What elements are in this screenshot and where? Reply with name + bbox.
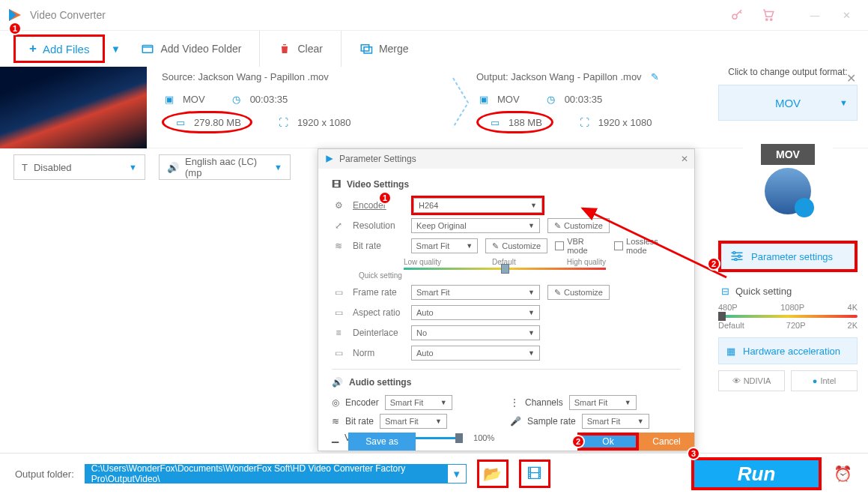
text-icon: T <box>22 162 28 173</box>
expand-icon: ⛶ <box>276 115 291 130</box>
audio-track-select[interactable]: 🔊English aac (LC) (mp ▼ <box>159 154 291 180</box>
arrow-icon <box>446 76 476 129</box>
open-folder-button[interactable]: 📂 <box>477 460 509 488</box>
resolution-select[interactable]: Keep Original▼ <box>411 218 540 233</box>
save-as-button[interactable]: Save as <box>348 433 416 451</box>
file-list-button[interactable]: 🎞 <box>519 460 550 488</box>
encoder-select[interactable]: H264▼ <box>413 198 542 213</box>
audio-bitrate-select[interactable]: Smart Fit▼ <box>380 414 447 429</box>
deinterlace-icon: ≡ <box>332 328 345 338</box>
nvidia-toggle[interactable]: 👁NDIVIA <box>718 370 785 391</box>
aspect-select[interactable]: Auto▼ <box>411 305 540 320</box>
dialog-titlebar: Parameter Settings ✕ <box>318 149 694 169</box>
annotation-badge-1b: 1 <box>378 191 392 205</box>
app-mini-icon <box>324 154 335 164</box>
run-button[interactable]: Run <box>691 457 822 490</box>
folder-icon: 📂 <box>483 465 502 483</box>
svg-rect-6 <box>364 47 372 53</box>
quality-slider[interactable]: Low qualityDefaultHigh quality Quick set… <box>404 258 681 280</box>
hardware-accel-button[interactable]: ▦ Hardware acceleration <box>718 337 858 364</box>
minimize-button[interactable]: — <box>799 0 831 31</box>
scheduler-button[interactable]: ⏰ <box>832 465 853 483</box>
ok-button[interactable]: Ok <box>580 436 636 448</box>
pencil-icon: ✎ <box>492 241 499 251</box>
bottom-bar: Output folder: C:\Users\WonderFox\Docume… <box>0 453 868 494</box>
merge-icon <box>359 42 373 55</box>
merge-button[interactable]: Merge <box>345 37 424 60</box>
framerate-icon: ▭ <box>332 287 345 298</box>
quicktime-icon <box>765 168 811 214</box>
chevron-down-icon[interactable]: ▼ <box>448 469 466 480</box>
bitrate-icon: ≋ <box>332 241 345 251</box>
customize-framerate-button[interactable]: ✎Customize <box>547 285 610 300</box>
output-path-input[interactable]: C:\Users\WonderFox\Documents\WonderFox S… <box>85 464 467 484</box>
video-thumbnail[interactable] <box>0 67 147 148</box>
output-size: ▭188 MB <box>476 111 553 133</box>
filmstrip-icon: 🎞 <box>527 466 542 483</box>
mic-icon: 🎤 <box>510 416 521 427</box>
dialog-close-button[interactable]: ✕ <box>681 154 688 164</box>
add-files-label: Add Files <box>43 43 90 55</box>
output-label: Output: Jackson Wang - Papillon .mov <box>476 71 642 82</box>
app-title: Video Converter <box>30 9 721 21</box>
add-files-button[interactable]: + Add Files <box>13 34 105 63</box>
clear-button[interactable]: Clear <box>263 37 337 60</box>
bitrate-icon: ≋ <box>332 416 339 427</box>
framerate-select[interactable]: Smart Fit▼ <box>411 285 540 300</box>
source-label: Source: Jackson Wang - Papillon .mov <box>162 71 446 82</box>
resolution-icon: ⤢ <box>332 220 345 231</box>
add-folder-button[interactable]: Add Video Folder <box>126 37 256 60</box>
encoder-icon: ◎ <box>332 397 339 408</box>
deinterlace-select[interactable]: No▼ <box>411 325 540 340</box>
mov-badge: MOV <box>761 144 815 165</box>
cancel-button[interactable]: Cancel <box>639 433 694 451</box>
slider-icon: ⊟ <box>721 286 729 297</box>
annotation-badge-1: 1 <box>8 22 22 35</box>
svg-point-2 <box>766 19 768 20</box>
annotation-badge-2: 2 <box>707 257 720 271</box>
subtitle-select[interactable]: TDisabled ▼ <box>13 154 145 180</box>
main-toolbar: + Add Files ▼ Add Video Folder Clear Mer… <box>0 31 868 67</box>
aspect-icon: ▭ <box>332 307 345 318</box>
audio-encoder-select[interactable]: Smart Fit▼ <box>385 395 452 410</box>
key-icon[interactable] <box>721 0 753 31</box>
parameter-settings-button[interactable]: Parameter settings <box>718 241 858 272</box>
svg-point-3 <box>771 19 772 20</box>
pencil-icon: ✎ <box>554 221 561 231</box>
lossless-checkbox[interactable]: Lossless mode <box>614 237 681 255</box>
norm-icon: ▭ <box>332 348 345 358</box>
disk-icon: ▭ <box>173 115 188 130</box>
intel-icon: ● <box>813 376 818 385</box>
annotation-badge-2b: 2 <box>571 435 585 448</box>
svg-point-9 <box>735 258 737 260</box>
parameter-settings-dialog: Parameter Settings ✕ 🎞Video Settings ⚙ E… <box>318 148 695 451</box>
format-select[interactable]: MOV ▼ <box>718 85 858 121</box>
vbr-checkbox[interactable]: VBR mode <box>555 237 607 255</box>
clock-icon: ◷ <box>544 91 559 106</box>
film-icon: ▣ <box>476 91 491 106</box>
disk-icon: ▭ <box>488 115 503 130</box>
norm-select[interactable]: Auto▼ <box>411 346 540 361</box>
add-files-dropdown[interactable]: ▼ <box>105 43 126 55</box>
customize-bitrate-button[interactable]: ✎Customize <box>485 238 547 253</box>
chevron-down-icon: ▼ <box>129 163 137 172</box>
folder-plus-icon <box>141 42 154 55</box>
channels-icon: ⋮ <box>510 397 519 408</box>
quick-setting-slider[interactable]: 480P1080P4K Default720P2K <box>718 303 858 328</box>
svg-point-1 <box>732 14 737 19</box>
expand-icon: ⛶ <box>577 115 592 130</box>
source-size: ▭279.80 MB <box>162 111 252 133</box>
channels-select[interactable]: Smart Fit▼ <box>569 395 637 410</box>
format-preview[interactable]: MOV <box>743 127 833 232</box>
edit-icon[interactable]: ✎ <box>651 71 659 82</box>
samplerate-select[interactable]: Smart Fit▼ <box>582 414 649 429</box>
svg-point-7 <box>733 251 735 253</box>
eye-icon: 👁 <box>732 376 741 385</box>
close-button[interactable]: ✕ <box>831 0 862 31</box>
encoder-icon: ⚙ <box>332 200 345 211</box>
intel-toggle[interactable]: ●Intel <box>791 370 858 391</box>
title-bar: Video Converter — ✕ <box>0 0 868 31</box>
cart-icon[interactable] <box>753 0 784 31</box>
customize-resolution-button[interactable]: ✎Customize <box>547 218 610 233</box>
bitrate-select[interactable]: Smart Fit▼ <box>411 238 479 253</box>
